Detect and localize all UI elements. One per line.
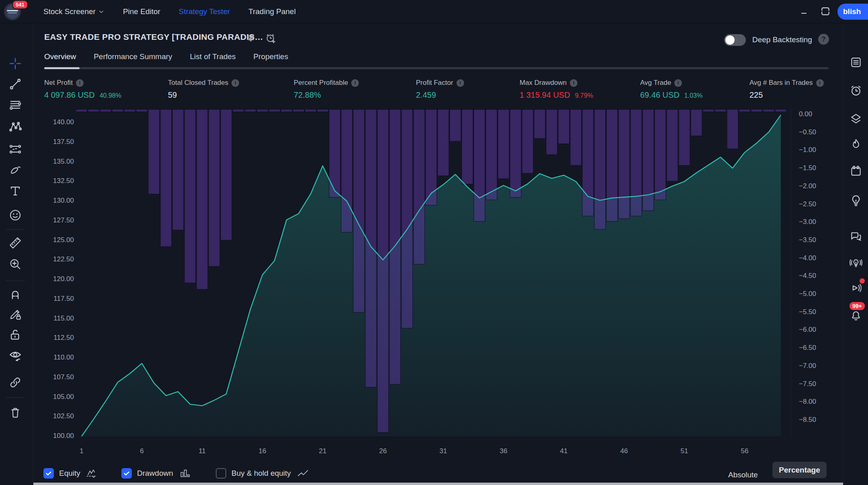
drawdown-bar	[462, 109, 473, 184]
legend-item-drawdown[interactable]: Drawdown	[121, 468, 192, 479]
drawdown-bar	[715, 109, 726, 112]
x-axis-tick-label: 16	[259, 447, 266, 455]
minimize-icon[interactable]	[799, 6, 810, 17]
stat-value: 72.88%	[294, 90, 321, 100]
buy-hold-checkbox[interactable]	[216, 468, 226, 479]
drawdown-bar	[703, 109, 714, 112]
drawing-lock-icon[interactable]	[7, 306, 23, 322]
equity-drawdown-chart[interactable]	[58, 108, 792, 438]
tabs-scroll-track	[44, 67, 829, 69]
hotlists-icon[interactable]	[848, 136, 864, 152]
x-axis-tick-label: 41	[560, 447, 568, 455]
window-controls	[799, 6, 831, 17]
restore-window-icon[interactable]	[820, 6, 831, 17]
drawdown-bar	[305, 109, 316, 112]
drawdown-bar	[293, 109, 304, 112]
tab-performance-summary[interactable]: Performance Summary	[94, 52, 172, 64]
brush-icon[interactable]	[7, 162, 23, 178]
info-icon[interactable]: i	[570, 79, 577, 87]
publish-button[interactable]: blish	[837, 4, 868, 20]
trash-icon[interactable]	[7, 405, 23, 421]
drawdown-bar	[510, 109, 521, 197]
nav-pine-editor[interactable]: Pine Editor	[123, 7, 160, 16]
stat-label: Avg # Bars in Trades	[749, 79, 813, 87]
lock-open-icon[interactable]	[7, 327, 23, 343]
absolute-mode-button[interactable]: Absolute	[728, 471, 758, 479]
drawdown-bar	[570, 109, 581, 165]
equity-line-icon	[86, 469, 100, 478]
drawdown-bar	[100, 109, 111, 112]
fib-lines-icon[interactable]	[7, 97, 23, 113]
notification-count-badge: 541	[12, 0, 28, 9]
info-icon[interactable]: i	[76, 79, 84, 87]
drawdown-bar	[329, 109, 340, 197]
ideas-icon[interactable]	[848, 192, 864, 208]
hide-drawings-icon[interactable]	[7, 347, 23, 364]
y-axis-right-tick-label: −0.50	[799, 128, 816, 136]
x-axis-tick-label: 1	[80, 447, 83, 455]
notifications-icon[interactable]: 99+	[848, 307, 864, 323]
legend-item-equity[interactable]: Equity	[43, 468, 100, 479]
tab-overview[interactable]: Overview	[44, 52, 76, 64]
emoji-icon[interactable]	[7, 207, 23, 223]
add-alert-icon[interactable]	[264, 32, 277, 45]
info-icon[interactable]: i	[231, 79, 239, 87]
y-axis-right-tick-label: −1.00	[799, 146, 816, 154]
calendar-icon[interactable]	[848, 163, 864, 179]
magnet-icon[interactable]	[7, 286, 23, 302]
chat-icon[interactable]	[848, 228, 864, 245]
drawdown-bar	[606, 109, 618, 222]
strategy-settings-gear-icon[interactable]	[244, 32, 257, 45]
drawdown-bar	[667, 109, 678, 181]
drawdown-bar	[727, 109, 738, 149]
y-axis-right-tick-label: −5.50	[799, 308, 816, 316]
y-axis-right-tick-label: −6.50	[799, 344, 816, 352]
tab-list-of-trades[interactable]: List of Trades	[190, 52, 236, 64]
live-streams-icon[interactable]	[848, 280, 864, 296]
watchlist-icon[interactable]	[848, 54, 864, 70]
top-bar: 541 Stock Screener Pine Editor Strategy …	[0, 0, 868, 23]
buyhold-line-icon	[296, 469, 311, 478]
y-axis-right-tick-label: −3.00	[799, 218, 816, 226]
x-axis-tick-label: 11	[199, 447, 206, 455]
horizontal-scrollbar[interactable]	[33, 483, 868, 485]
nav-stock-screener[interactable]: Stock Screener	[43, 7, 104, 16]
text-tool-icon[interactable]	[7, 183, 23, 199]
tab-properties[interactable]: Properties	[254, 52, 289, 64]
drawdown-bar	[221, 109, 232, 240]
layers-icon[interactable]	[848, 111, 864, 127]
ruler-icon[interactable]	[7, 235, 23, 251]
drawdown-bar	[341, 109, 352, 232]
trend-line-icon[interactable]	[7, 76, 23, 92]
y-axis-right-tick-label: 0.00	[799, 110, 812, 118]
zoom-in-icon[interactable]	[7, 256, 23, 272]
drawdown-bar	[136, 109, 147, 112]
right-sidebar: 99+	[843, 23, 868, 485]
top-nav: Stock Screener Pine Editor Strategy Test…	[43, 0, 296, 23]
deep-backtesting-toggle[interactable]	[724, 34, 746, 46]
equity-checkbox[interactable]	[43, 468, 54, 479]
xabcd-pattern-icon[interactable]	[7, 119, 23, 135]
tabs-scroll-thumb[interactable]	[44, 67, 80, 69]
drawdown-bar	[739, 109, 750, 112]
drawdown-checkbox[interactable]	[121, 468, 132, 479]
nav-strategy-tester[interactable]: Strategy Tester	[179, 7, 230, 16]
crosshair-icon[interactable]	[7, 55, 23, 72]
info-icon[interactable]: i	[674, 79, 682, 87]
drawdown-bar	[148, 109, 160, 194]
deep-backtesting-help-icon[interactable]: ?	[818, 34, 829, 45]
y-axis-right-tick-label: −8.00	[799, 398, 816, 406]
stat-net-profit: Net Profiti4 097.86 USD40.98%	[44, 79, 121, 100]
link-icon[interactable]	[7, 374, 23, 390]
info-icon[interactable]: i	[351, 79, 359, 87]
projection-icon[interactable]	[7, 141, 23, 157]
info-icon[interactable]: i	[816, 79, 824, 87]
ideas-stream-icon[interactable]	[848, 255, 864, 271]
info-icon[interactable]: i	[457, 79, 464, 87]
stat-total-closed-trades: Total Closed Tradesi59	[168, 79, 239, 100]
nav-trading-panel[interactable]: Trading Panel	[248, 7, 296, 16]
alerts-icon[interactable]	[848, 82, 864, 99]
stat-profit-factor: Profit Factori2.459	[416, 79, 464, 100]
legend-item-buy-hold[interactable]: Buy & hold equity	[216, 468, 311, 479]
percentage-mode-button[interactable]: Percentage	[772, 462, 827, 478]
